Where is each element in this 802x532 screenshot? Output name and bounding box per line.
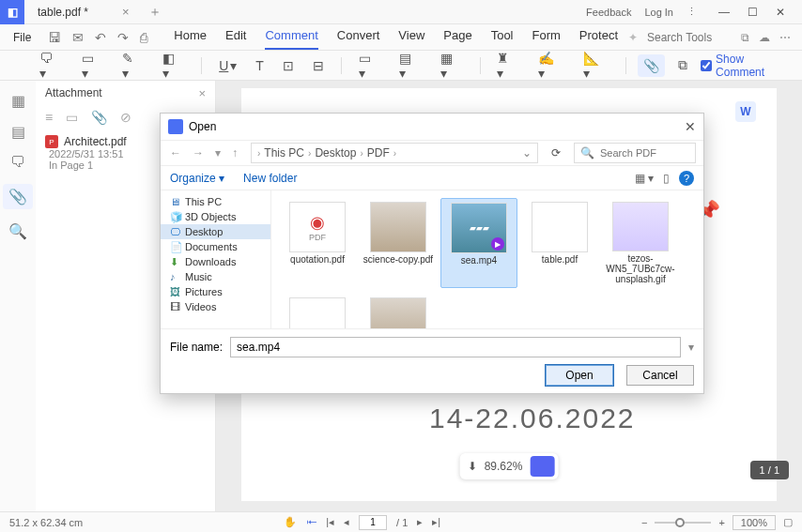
zoom-chip[interactable]: ⬇ 89.62% <box>460 453 559 479</box>
callout-tool[interactable]: ⊟ <box>307 56 330 75</box>
zoom-value[interactable]: 100% <box>733 515 776 530</box>
zoom-slider[interactable] <box>655 522 711 524</box>
file-item[interactable]: ▰▰▰▶sea.mp4 <box>440 198 517 288</box>
file-item[interactable]: table.pdf <box>521 198 598 288</box>
organize-menu[interactable]: Organize ▾ <box>170 172 224 185</box>
tab-tool[interactable]: Tool <box>491 24 514 50</box>
comments-icon[interactable]: 🗨 <box>10 154 25 171</box>
cancel-button[interactable]: Cancel <box>626 365 694 386</box>
tree-item-documents[interactable]: 📄Documents <box>161 239 270 254</box>
tree-item-videos[interactable]: 🎞Videos <box>161 299 270 314</box>
refresh-icon[interactable]: ⟳ <box>546 146 566 160</box>
address-bar[interactable]: ›This PC›Desktop›PDF›⌄ <box>251 143 538 163</box>
mail-icon[interactable]: ✉ <box>72 30 84 45</box>
file-item[interactable] <box>279 294 356 328</box>
user-icon[interactable]: ⋮ <box>686 6 697 18</box>
file-menu[interactable]: File <box>4 27 40 48</box>
path-segment[interactable]: This PC <box>264 146 304 160</box>
help-icon[interactable]: ? <box>679 171 694 186</box>
nav-forward-icon[interactable]: → <box>191 146 206 160</box>
tab-home[interactable]: Home <box>174 24 207 50</box>
print-icon[interactable]: ⎙ <box>140 30 147 45</box>
tree-item-this-pc[interactable]: 🖥This PC <box>161 194 270 209</box>
hand-tool-icon[interactable]: ✋ <box>284 516 297 528</box>
attachment-tool[interactable]: 📎 <box>638 54 665 77</box>
feedback-link[interactable]: Feedback <box>586 7 631 18</box>
file-item[interactable] <box>360 294 437 328</box>
maximize-icon[interactable]: ☐ <box>738 0 766 24</box>
path-segment[interactable]: Desktop <box>315 146 356 160</box>
panel-remove-icon[interactable]: ⊘ <box>120 110 131 125</box>
last-page-icon[interactable]: ▸| <box>432 516 440 528</box>
tree-item-downloads[interactable]: ⬇Downloads <box>161 254 270 269</box>
bookmarks-icon[interactable]: ▤ <box>11 123 25 141</box>
preview-pane-icon[interactable]: ▯ <box>663 172 670 185</box>
tab-edit[interactable]: Edit <box>225 24 246 50</box>
path-segment[interactable]: PDF <box>367 146 390 160</box>
thumbnails-icon[interactable]: ▦ <box>11 92 25 110</box>
presentation-icon[interactable]: ▢ <box>783 516 793 528</box>
panel-add-icon[interactable]: ▭ <box>66 110 78 125</box>
panel-clip-icon[interactable]: 📎 <box>91 110 107 125</box>
shape-tool2[interactable]: ▤ ▾ <box>393 49 427 83</box>
save-icon[interactable]: 🖫 <box>48 30 61 45</box>
underline-tool[interactable]: U ▾ <box>213 56 242 75</box>
undo-icon[interactable]: ↶ <box>95 30 106 45</box>
filename-input[interactable] <box>230 337 681 357</box>
zoom-out-icon[interactable]: − <box>641 517 647 528</box>
textbox-tool[interactable]: ⊡ <box>277 56 300 75</box>
compare-tool[interactable]: ⧉ <box>672 55 693 75</box>
view-mode-icon[interactable]: ▦ ▾ <box>635 172 654 185</box>
tab-form[interactable]: Form <box>532 24 561 50</box>
zoom-chip-handle[interactable] <box>530 456 554 477</box>
add-tab-icon[interactable]: ＋ <box>148 4 162 21</box>
highlight-tool[interactable]: ✎ ▾ <box>116 49 149 83</box>
redo-icon[interactable]: ↷ <box>117 30 129 45</box>
stamp-tool[interactable]: ♜ ▾ <box>491 49 525 83</box>
tree-item-pictures[interactable]: 🖼Pictures <box>161 284 270 299</box>
wand-icon[interactable]: ✦ <box>628 31 638 44</box>
document-tab[interactable]: table.pdf * × <box>24 0 137 23</box>
eraser-tool[interactable]: ◧ ▾ <box>157 49 191 83</box>
nav-recent-icon[interactable]: ▾ <box>213 146 223 160</box>
open-button[interactable]: Open <box>546 365 613 386</box>
panel-close-icon[interactable]: × <box>198 86 206 100</box>
tree-item-desktop[interactable]: 🖵Desktop <box>161 224 270 239</box>
close-tab-icon[interactable]: × <box>122 5 130 19</box>
zoom-in-icon[interactable]: + <box>718 517 724 528</box>
login-link[interactable]: Log In <box>644 7 673 18</box>
cloud-icon[interactable]: ☁ <box>759 31 770 44</box>
tab-protect[interactable]: Protect <box>579 24 618 50</box>
attachments-rail-icon[interactable]: 📎 <box>3 184 33 209</box>
text-tool[interactable]: T <box>250 56 270 75</box>
signature-tool[interactable]: ✍ ▾ <box>532 49 570 83</box>
word-export-icon[interactable]: W <box>735 101 756 122</box>
comment-tool1[interactable]: 🗨 ▾ <box>34 49 69 83</box>
new-folder-button[interactable]: New folder <box>243 172 297 185</box>
filename-dropdown-icon[interactable]: ▾ <box>688 341 694 354</box>
file-item[interactable]: tezos-WN5_7UBc7cw-unsplash.gif <box>602 198 679 288</box>
close-window-icon[interactable]: ✕ <box>766 0 794 24</box>
dialog-close-icon[interactable]: ✕ <box>685 119 696 134</box>
minimize-icon[interactable]: — <box>710 0 738 24</box>
tab-comment[interactable]: Comment <box>265 24 317 50</box>
panel-list-icon[interactable]: ≡ <box>45 110 53 125</box>
nav-back-icon[interactable]: ← <box>168 146 183 160</box>
show-comment-checkbox[interactable] <box>701 60 712 71</box>
nav-up-icon[interactable]: ↑ <box>230 146 239 160</box>
path-dropdown-icon[interactable]: ⌄ <box>522 146 532 160</box>
ellipsis-icon[interactable]: ⋯ <box>779 31 791 44</box>
tree-item-music[interactable]: ♪Music <box>161 269 270 284</box>
share-icon[interactable]: ⧉ <box>741 31 749 44</box>
first-page-icon[interactable]: |◂ <box>326 516 334 528</box>
tab-view[interactable]: View <box>398 24 424 50</box>
dialog-search-input[interactable] <box>600 147 689 159</box>
shape-tool3[interactable]: ▦ ▾ <box>435 49 469 83</box>
search-rail-icon[interactable]: 🔍 <box>8 222 27 240</box>
comment-tool2[interactable]: ▭ ▾ <box>76 49 110 83</box>
prev-page-icon[interactable]: ◂ <box>344 516 349 528</box>
page-number-input[interactable] <box>359 515 387 530</box>
download-icon[interactable]: ⬇ <box>468 460 477 473</box>
next-page-icon[interactable]: ▸ <box>417 516 423 528</box>
select-tool-icon[interactable]: ⭰ <box>306 517 316 528</box>
